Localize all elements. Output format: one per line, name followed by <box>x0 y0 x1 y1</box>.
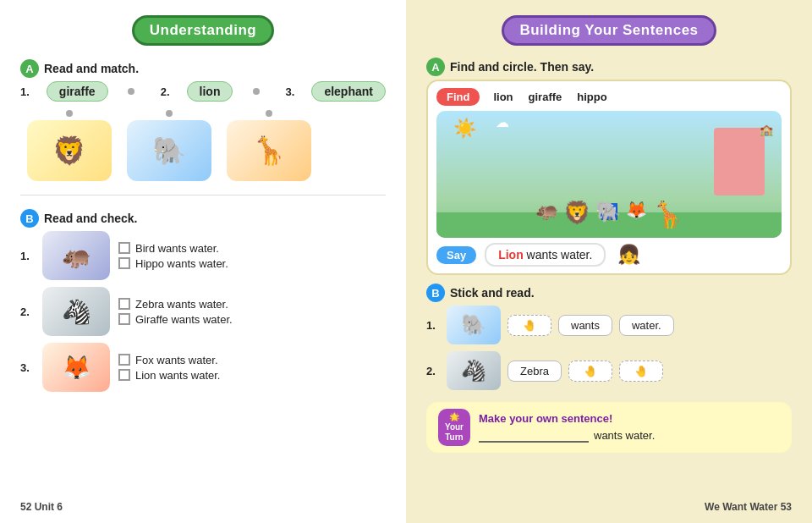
find-words: lion giraffe hippo <box>493 91 606 103</box>
left-panel: Understanding A Read and match. 1. giraf… <box>0 0 406 523</box>
stick-img-elephant: 🐘 <box>447 306 501 344</box>
check-option-1a: Bird wants water. <box>118 242 228 255</box>
stick-section: 1. 🐘 🤚 wants water. 2. 🦓 Zebra 🤚 🤚 <box>426 306 792 390</box>
check-text-2a: Zebra wants water. <box>135 298 228 311</box>
activity-ra-label: A Find and circle. Then say. <box>426 58 792 76</box>
dot-a3 <box>266 110 272 117</box>
right-panel: Building Your Sentences A Find and circl… <box>406 0 812 523</box>
activity-b-instruction: Read and check. <box>44 212 138 225</box>
animal-img-elephant: 🐘 <box>127 108 211 181</box>
checkbox-3a[interactable] <box>118 354 130 366</box>
check-option-3b: Lion wants water. <box>118 369 220 382</box>
stick-row-1: 1. 🐘 🤚 wants water. <box>426 306 792 344</box>
your-turn-suffix: wants water. <box>594 429 655 442</box>
activity-rb-letter: B <box>426 284 445 302</box>
match-num-2: 2. <box>161 85 170 98</box>
check-text-1b: Hippo wants water. <box>135 257 228 270</box>
say-highlight: Lion <box>498 248 524 262</box>
divider-ab <box>20 195 386 195</box>
checkbox-2a[interactable] <box>118 298 130 310</box>
section-a-find: A Find and circle. Then say. Find lion g… <box>426 58 792 275</box>
right-section-title: Building Your Sentences <box>426 15 792 46</box>
scene-lion-icon: 🦁 <box>563 200 590 229</box>
activity-rb-instruction: Stick and read. <box>450 286 535 300</box>
scene-animals: 🦛 🦁 🐘 🦊 🦒 <box>436 200 782 229</box>
say-text-post: wants water. <box>524 248 593 262</box>
scene-giraffe-icon: 🦒 <box>652 200 683 229</box>
scene-hippo-icon: 🦛 <box>535 200 558 229</box>
left-section-title: Understanding <box>20 15 386 46</box>
stick-img-zebra: 🦓 <box>447 351 501 390</box>
your-turn-badge-line2: Turn <box>445 432 463 442</box>
your-turn: 🌟 Your Turn Make your own sentence! want… <box>426 402 792 453</box>
blank-line[interactable] <box>479 428 589 443</box>
say-row: Say Lion wants water. 👧 <box>436 243 782 267</box>
match-num-3: 3. <box>286 85 295 98</box>
cloud-icon: ☁ <box>496 114 509 130</box>
stick-cell-1b: wants <box>558 315 612 336</box>
stick-cell-2c: 🤚 <box>619 361 663 382</box>
activity-b-label: B Read and check. <box>20 209 386 228</box>
check-img-fox: 🦊 <box>42 343 110 392</box>
your-turn-line: wants water. <box>479 428 655 443</box>
stick-cell-2a: Zebra <box>508 361 562 382</box>
lion-image: 🦁 <box>27 120 112 181</box>
sun-icon: ☀️ <box>453 118 476 140</box>
check-img-hippo: 🦛 <box>42 231 110 280</box>
checkbox-2b[interactable] <box>118 313 130 325</box>
animal-images-row: 🦁 🐘 🦒 <box>20 108 386 181</box>
check-row-2: 2. 🦓 Zebra wants water. Giraffe wants wa… <box>20 287 386 336</box>
check-row-3: 3. 🦊 Fox wants water. Lion wants water. <box>20 343 386 392</box>
scene-elephant-icon: 🐘 <box>595 200 621 229</box>
activity-ra-letter: A <box>426 58 445 76</box>
check-text-3a: Fox wants water. <box>135 354 218 366</box>
stick-cell-1a: 🤚 <box>508 315 551 336</box>
activity-a-label: A Read and match. <box>20 59 386 78</box>
say-character-icon: 👧 <box>617 244 640 266</box>
check-section: 1. 🦛 Bird wants water. Hippo wants water… <box>20 231 386 392</box>
find-row: Find lion giraffe hippo <box>436 88 782 106</box>
dot-a2 <box>166 110 173 117</box>
left-page-number: 52 Unit 6 <box>20 501 63 513</box>
find-word-giraffe: giraffe <box>529 91 562 103</box>
animal-img-lion: 🦁 <box>27 108 112 181</box>
match-num-1: 1. <box>20 85 30 98</box>
check-text-2b: Giraffe wants water. <box>135 313 233 326</box>
your-turn-badge: 🌟 Your Turn <box>438 409 470 446</box>
your-turn-text: Make your own sentence! wants water. <box>479 412 655 443</box>
find-word-hippo: hippo <box>577 91 606 103</box>
checkbox-3b[interactable] <box>118 369 130 381</box>
dot-2 <box>253 88 260 95</box>
section-b-check: B Read and check. 1. 🦛 Bird wants water.… <box>20 209 386 392</box>
building-door-icon: 🏫 <box>760 124 773 136</box>
stick-cell-1c: water. <box>619 315 674 336</box>
giraffe-image: 🦒 <box>227 120 311 181</box>
dot-1 <box>128 88 134 95</box>
section-b-stick: B Stick and read. 1. 🐘 🤚 wants water. 2.… <box>426 284 792 390</box>
find-circle-scene: Find lion giraffe hippo ☀️ ☁ 🏫 🚰 <box>426 80 792 275</box>
check-option-2b: Giraffe wants water. <box>118 313 233 326</box>
check-options-2: Zebra wants water. Giraffe wants water. <box>118 298 233 326</box>
animal-img-giraffe: 🦒 <box>227 108 311 181</box>
check-row-1: 1. 🦛 Bird wants water. Hippo wants water… <box>20 231 386 280</box>
word-tag-elephant: elephant <box>311 81 386 102</box>
stick-cell-2b: 🤚 <box>568 361 612 382</box>
check-text-3b: Lion wants water. <box>135 369 220 382</box>
activity-b-letter: B <box>20 209 39 228</box>
your-turn-badge-icon: 🌟 <box>449 412 459 421</box>
checkbox-1b[interactable] <box>118 257 130 269</box>
section-a-match: A Read and match. 1. giraffe 2. lion 3. … <box>20 59 386 181</box>
check-option-3a: Fox wants water. <box>118 354 220 366</box>
say-bubble: Lion wants water. <box>485 243 606 267</box>
check-option-2a: Zebra wants water. <box>118 298 233 311</box>
check-options-3: Fox wants water. Lion wants water. <box>118 354 220 382</box>
right-page-number: We Want Water 53 <box>705 501 792 513</box>
understanding-badge: Understanding <box>132 15 274 46</box>
right-footer: We Want Water 53 <box>426 501 792 513</box>
dot-a1 <box>66 110 73 117</box>
word-tag-giraffe: giraffe <box>47 81 108 102</box>
building-bg <box>714 128 765 195</box>
checkbox-1a[interactable] <box>118 242 130 254</box>
match-words-row: 1. giraffe 2. lion 3. elephant <box>20 81 386 102</box>
activity-ra-instruction: Find and circle. Then say. <box>450 60 594 74</box>
